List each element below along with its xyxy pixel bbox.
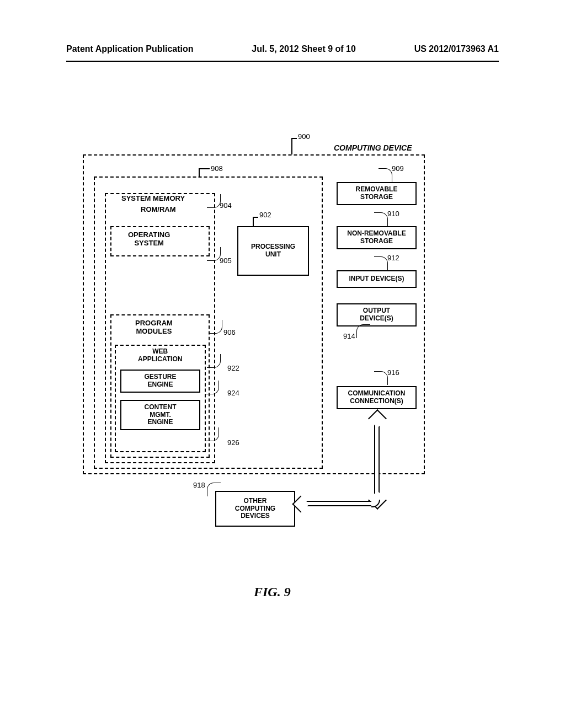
- ref-909: 909: [392, 164, 404, 173]
- ref-904: 904: [220, 201, 232, 210]
- communication-box: COMMUNICATION CONNECTION(S): [337, 386, 417, 409]
- leader: [291, 139, 292, 154]
- ref-900: 900: [298, 132, 310, 141]
- header-left: Patent Application Publication: [66, 44, 194, 54]
- content-engine-box: CONTENT MGMT. ENGINE: [120, 400, 200, 430]
- ref-906: 906: [223, 328, 236, 336]
- removable-storage-box: REMOVABLE STORAGE: [337, 182, 417, 205]
- gesture-engine-box: GESTURE ENGINE: [120, 370, 200, 393]
- leader: [207, 354, 221, 368]
- ref-908: 908: [211, 164, 223, 173]
- ref-924: 924: [227, 389, 239, 397]
- bus-arrow-vertical: [374, 418, 380, 501]
- computing-device-label: COMPUTING DEVICE: [334, 143, 412, 152]
- leader: [207, 483, 221, 496]
- header-rule: [66, 61, 499, 62]
- leader: [374, 256, 388, 270]
- ref-902: 902: [259, 211, 271, 219]
- ref-916: 916: [387, 368, 399, 377]
- leader: [356, 324, 370, 338]
- leader: [209, 320, 222, 334]
- ref-914: 914: [343, 332, 355, 340]
- figure-canvas: 900 COMPUTING DEVICE 908 909 SYSTEM MEMO…: [83, 138, 425, 540]
- ref-926: 926: [227, 438, 239, 447]
- leader: [199, 168, 210, 169]
- leader: [291, 138, 297, 139]
- nonremovable-storage-box: NON-REMOVABLE STORAGE: [337, 226, 417, 249]
- leader: [253, 218, 254, 226]
- leader: [374, 212, 388, 226]
- header-center: Jul. 5, 2012 Sheet 9 of 10: [252, 44, 356, 54]
- leader: [205, 381, 219, 394]
- output-devices-box: OUTPUT DEVICE(S): [337, 303, 417, 326]
- ref-912: 912: [387, 254, 399, 262]
- leader: [199, 168, 200, 176]
- leader: [253, 217, 258, 218]
- program-modules-label: PROGRAM MODULES: [135, 319, 173, 335]
- bus-arrow-horizontal: [301, 501, 372, 506]
- processing-unit-box: PROCESSING UNIT: [237, 226, 309, 276]
- rom-ram-label: ROM/RAM: [141, 205, 176, 213]
- ref-922: 922: [227, 364, 239, 372]
- leader: [379, 168, 392, 182]
- figure-caption: FIG. 9: [254, 585, 291, 599]
- ref-910: 910: [387, 210, 399, 218]
- leader: [205, 427, 219, 441]
- system-memory-label: SYSTEM MEMORY: [121, 194, 185, 202]
- leader: [374, 371, 388, 385]
- page-header: Patent Application Publication Jul. 5, 2…: [0, 44, 565, 54]
- other-devices-box: OTHER COMPUTING DEVICES: [215, 491, 295, 527]
- operating-system-label: OPERATING SYSTEM: [128, 231, 170, 247]
- ref-905: 905: [220, 256, 232, 265]
- input-devices-box: INPUT DEVICE(S): [337, 270, 417, 288]
- leader: [207, 194, 221, 208]
- leader: [207, 247, 221, 261]
- ref-918: 918: [193, 481, 205, 489]
- header-right: US 2012/0173963 A1: [414, 44, 499, 54]
- web-application-label: WEB APPLICATION: [138, 347, 182, 363]
